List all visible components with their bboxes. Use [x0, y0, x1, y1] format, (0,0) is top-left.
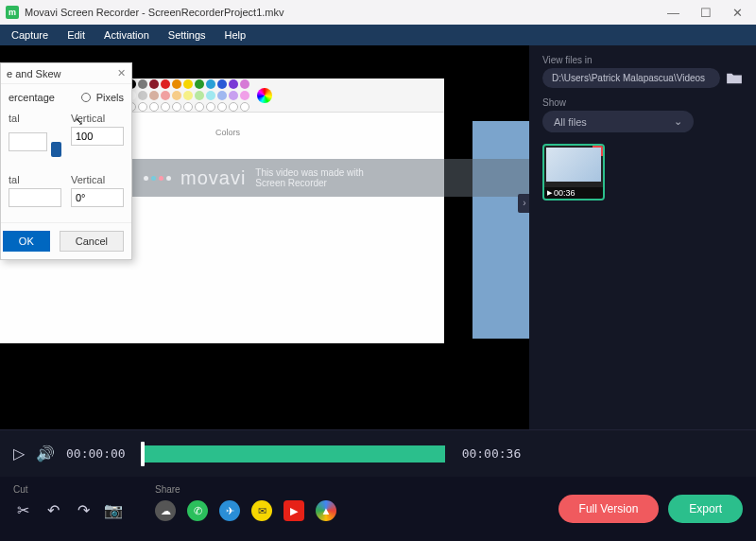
watermark-line2: Screen Recorder	[255, 178, 364, 188]
menu-activation[interactable]: Activation	[104, 29, 149, 41]
color-swatch[interactable]	[217, 91, 227, 100]
watermark-line1: This video was made with	[255, 167, 364, 178]
color-swatch[interactable]	[206, 79, 215, 89]
volume-icon[interactable]: 🔊	[36, 445, 55, 462]
empty-swatch[interactable]	[149, 102, 159, 112]
current-time: 00:00:00	[66, 446, 126, 461]
brand-name: movavi	[180, 167, 246, 189]
color-swatch[interactable]	[240, 91, 249, 100]
color-swatch[interactable]	[161, 79, 170, 89]
skew-h-input[interactable]	[9, 188, 61, 207]
empty-swatch[interactable]	[195, 102, 204, 112]
play-button[interactable]: ▷	[13, 445, 25, 462]
radio-pixels-label: Pixels	[96, 92, 124, 103]
color-swatch[interactable]	[183, 79, 193, 89]
color-swatch[interactable]	[229, 79, 238, 89]
radio-percentage-label: ercentage	[9, 92, 55, 103]
brand-dots-icon	[144, 176, 171, 181]
total-time: 00:00:36	[462, 446, 522, 461]
full-version-button[interactable]: Full Version	[558, 495, 660, 523]
google-drive-icon[interactable]: ▲	[316, 500, 336, 521]
app-title: Movavi Screen Recorder	[25, 7, 139, 18]
maximize-icon[interactable]: ☐	[700, 6, 712, 20]
empty-swatch[interactable]	[183, 102, 193, 112]
browse-folder-icon[interactable]	[726, 72, 743, 85]
dialog-title: e and Skew	[7, 68, 60, 79]
color-swatch[interactable]	[229, 91, 238, 100]
title-sep: -	[139, 7, 148, 18]
color-swatch[interactable]	[149, 79, 159, 89]
color-palette[interactable]	[127, 79, 249, 112]
dialog-close-icon[interactable]: ✕	[117, 67, 126, 79]
show-value: All files	[554, 116, 587, 128]
empty-swatch[interactable]	[229, 102, 238, 112]
close-icon[interactable]: ✕	[732, 6, 743, 20]
vertical-input[interactable]	[71, 127, 124, 146]
thumb-duration: 00:36	[544, 187, 603, 199]
recorded-bg	[472, 121, 529, 339]
chevron-down-icon: ⌄	[674, 115, 682, 128]
timeline-track[interactable]	[143, 445, 445, 462]
whatsapp-icon[interactable]: ✆	[187, 500, 208, 521]
show-label: Show	[542, 97, 743, 108]
undo-icon[interactable]: ↶	[43, 500, 62, 519]
screenshot-icon[interactable]: 📷	[104, 500, 123, 519]
player-bar: ▷ 🔊 00:00:00 00:00:36	[0, 429, 756, 477]
color-swatch[interactable]	[206, 91, 215, 100]
color-swatch[interactable]	[138, 79, 147, 89]
horizontal-label: tal	[9, 113, 61, 124]
cancel-button[interactable]: Cancel	[60, 231, 124, 252]
playhead-handle[interactable]	[141, 442, 145, 466]
empty-swatch[interactable]	[138, 102, 147, 112]
empty-swatch[interactable]	[217, 102, 227, 112]
color-swatch[interactable]	[172, 91, 181, 100]
recording-thumbnail[interactable]: ✕ 00:36	[542, 144, 605, 201]
minimize-icon[interactable]: —	[667, 6, 679, 20]
radio-pixels[interactable]	[81, 93, 91, 102]
empty-swatch[interactable]	[172, 102, 181, 112]
empty-swatch[interactable]	[161, 102, 170, 112]
cloud-share-icon[interactable]: ☁	[155, 500, 176, 521]
thumb-preview	[546, 148, 601, 182]
color-swatch[interactable]	[161, 91, 170, 100]
aspect-lock-icon[interactable]	[51, 142, 61, 157]
menu-settings[interactable]: Settings	[168, 29, 206, 41]
telegram-icon[interactable]: ✈	[219, 500, 240, 521]
menu-help[interactable]: Help	[225, 29, 247, 41]
file-name: ScreenRecorderProject1.mkv	[148, 7, 284, 18]
color-swatch[interactable]	[195, 79, 204, 89]
edit-colors-icon[interactable]	[257, 88, 272, 103]
menubar: Capture Edit Activation Settings Help	[0, 25, 756, 45]
horizontal-input[interactable]	[9, 132, 47, 151]
ok-button[interactable]: OK	[3, 231, 50, 252]
mail-icon[interactable]: ✉	[251, 500, 272, 521]
show-filter-select[interactable]: All files ⌄	[542, 111, 694, 132]
path-display[interactable]: D:\Users\Patrick Malapascua\Videos	[542, 68, 720, 88]
empty-swatch[interactable]	[240, 102, 249, 112]
colors-label: Colors	[215, 128, 240, 137]
youtube-icon[interactable]: ▶	[284, 500, 304, 521]
color-swatch[interactable]	[149, 91, 159, 100]
expand-panel-icon[interactable]: ›	[518, 194, 529, 213]
menu-edit[interactable]: Edit	[67, 29, 85, 41]
color-swatch[interactable]	[172, 79, 181, 89]
color-swatch[interactable]	[183, 91, 193, 100]
color-swatch[interactable]	[217, 79, 227, 89]
color-swatch[interactable]	[138, 91, 147, 100]
bottom-bar: Cut ✂ ↶ ↷ 📷 Share ☁ ✆ ✈ ✉ ▶ ▲ Full Versi…	[0, 477, 756, 541]
app-logo-icon: m	[6, 6, 19, 19]
skew-v-label: Vertical	[71, 174, 124, 185]
cut-label: Cut	[13, 484, 155, 495]
empty-swatch[interactable]	[206, 102, 215, 112]
skew-v-input[interactable]	[71, 188, 124, 207]
menu-capture[interactable]: Capture	[11, 29, 48, 41]
resize-skew-dialog: e and Skew ✕ ⤡ ercentage Pixels tal Vert…	[0, 62, 132, 260]
color-swatch[interactable]	[195, 91, 204, 100]
redo-icon[interactable]: ↷	[74, 500, 93, 519]
timeline-fill	[143, 445, 445, 462]
skew-h-label: tal	[9, 174, 61, 185]
color-swatch[interactable]	[240, 79, 249, 89]
scissors-icon[interactable]: ✂	[13, 500, 32, 519]
cursor-icon: ⤡	[75, 115, 83, 128]
export-button[interactable]: Export	[668, 495, 743, 523]
